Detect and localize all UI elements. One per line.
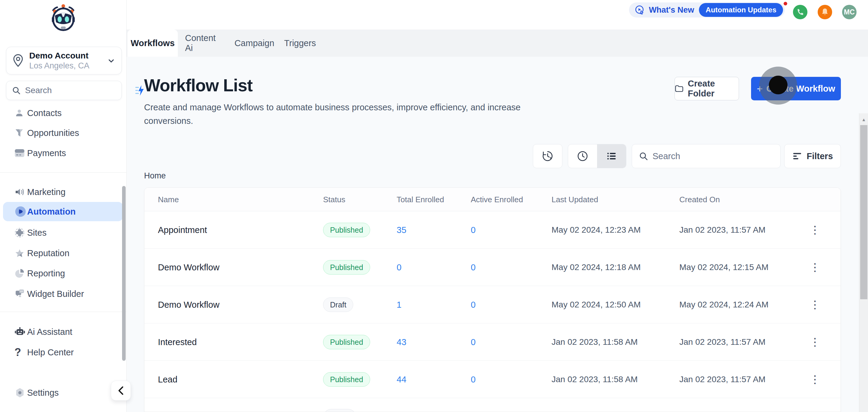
table-row[interactable]: Appointment Published 35 0 May 02 2024, … [144, 211, 841, 249]
help-icon: ? [14, 346, 27, 359]
sidebar-item-settings[interactable]: Settings [0, 383, 127, 402]
avatar-initials: MC [844, 8, 855, 16]
col-header-name: Name [158, 188, 179, 211]
active-enrolled-link[interactable]: 0 [471, 300, 475, 310]
col-header-last-updated: Last Updated [552, 188, 598, 211]
page-scrollbar[interactable]: ▲ ▼ [859, 113, 868, 412]
sidebar-item-reporting[interactable]: Reporting [0, 264, 127, 283]
status-badge: Published [323, 372, 370, 387]
total-enrolled-link[interactable]: 43 [397, 337, 406, 347]
col-header-status: Status [323, 188, 345, 211]
automation-updates-badge[interactable]: Automation Updates [699, 3, 783, 17]
opportunities-icon [14, 128, 27, 138]
sidebar-item-reputation[interactable]: Reputation [0, 244, 127, 262]
col-header-created-on: Created On [679, 188, 720, 211]
whats-new-play-icon [634, 4, 645, 15]
workflow-search-input[interactable] [652, 151, 774, 161]
tab-strip: Workflows Content Ai Campaign Triggers [127, 30, 868, 57]
contacts-icon [14, 108, 27, 118]
list-view-button[interactable] [597, 145, 626, 168]
workflow-name[interactable]: Appointment [158, 211, 207, 249]
reputation-icon [14, 248, 27, 258]
kebab-menu-button[interactable]: ⋮ [809, 374, 820, 385]
table-row[interactable]: Demo Workflow Draft 1 0 May 02 2024, 12:… [144, 286, 841, 323]
active-enrolled-link[interactable]: 0 [471, 225, 475, 235]
sites-icon [14, 227, 27, 238]
tab-triggers[interactable]: Triggers [284, 30, 315, 57]
total-enrolled-link[interactable]: 1 [397, 300, 401, 310]
created-on-value: Jan 02 2023, 11:57 AM [679, 323, 766, 361]
table-row[interactable]: Demo Workflow Published 0 0 May 02 2024,… [144, 249, 841, 286]
create-folder-button[interactable]: Create Folder [675, 77, 739, 100]
status-badge [323, 409, 356, 412]
sidebar-item-ai-assistant[interactable]: Ai Assistant [0, 322, 127, 341]
active-enrolled-link[interactable]: 0 [471, 375, 475, 385]
kebab-menu-button[interactable]: ⋮ [809, 337, 820, 348]
sidebar-search-input[interactable] [25, 86, 134, 95]
table-header: Name Status Total Enrolled Active Enroll… [144, 188, 841, 211]
create-workflow-button[interactable]: + Create Workflow [751, 77, 841, 100]
enrollment-history-button[interactable] [533, 144, 562, 168]
workflow-search[interactable] [632, 144, 781, 168]
workflow-name[interactable]: Demo Workflow [158, 249, 219, 286]
total-enrolled-link[interactable]: 35 [397, 225, 406, 235]
sidebar-item-widget-builder[interactable]: Widget Builder [0, 285, 127, 303]
sidebar-divider [0, 312, 126, 312]
total-enrolled-link[interactable]: 44 [397, 375, 406, 385]
kebab-menu-button[interactable]: ⋮ [809, 262, 820, 273]
workflow-name[interactable]: Interested [158, 323, 197, 361]
breadcrumb[interactable]: Home [144, 171, 166, 181]
active-enrolled-link[interactable]: 0 [471, 262, 475, 273]
user-avatar[interactable]: MC [842, 5, 857, 19]
created-on-value: Jan 02 2023, 11:57 AM [679, 361, 766, 398]
notifications-button[interactable] [818, 5, 832, 19]
workflow-table: Name Status Total Enrolled Active Enroll… [144, 187, 841, 412]
quick-actions-bolt-icon[interactable] [134, 85, 145, 96]
search-icon [639, 151, 648, 161]
tab-content-ai[interactable]: Content Ai [185, 30, 225, 57]
table-row[interactable]: Interested Published 43 0 Jan 02 2023, 1… [144, 323, 841, 361]
active-enrolled-link[interactable]: 0 [471, 337, 475, 347]
scroll-up-arrow[interactable]: ▲ [859, 114, 868, 125]
status-badge: Published [323, 223, 370, 237]
notification-dot [783, 1, 788, 6]
plus-icon: + [757, 83, 763, 95]
sidebar-search[interactable] [6, 81, 122, 100]
sidebar-collapse-button[interactable] [111, 381, 131, 401]
phone-button[interactable] [793, 5, 807, 19]
main-content: Workflow List Create and manage Workflow… [127, 57, 868, 412]
filter-icon [792, 152, 802, 161]
page-description: Create and manage Workflows to automate … [144, 101, 563, 128]
tab-campaign[interactable]: Campaign [236, 30, 273, 57]
sidebar-item-opportunities[interactable]: Opportunities [0, 124, 127, 142]
table-row[interactable]: Lead Published 44 0 Jan 02 2023, 11:58 A… [144, 361, 841, 398]
filters-button[interactable]: Filters [784, 144, 841, 168]
recent-view-button[interactable] [568, 145, 597, 168]
tab-workflows[interactable]: Workflows [127, 30, 178, 57]
sidebar-item-payments[interactable]: Payments [0, 144, 127, 162]
whats-new-label: What's New [649, 5, 694, 15]
location-pin-icon [12, 54, 24, 67]
kebab-menu-button[interactable]: ⋮ [809, 299, 820, 310]
created-on-value: May 02 2024, 12:24 AM [679, 286, 769, 323]
sidebar-divider [0, 172, 126, 173]
created-on-value: Jan 02 2023, 11:57 AM [679, 211, 766, 249]
scrollbar-thumb[interactable] [860, 125, 867, 299]
workflow-name[interactable]: Lead [158, 361, 178, 398]
sidebar-item-automation[interactable]: Automation [3, 202, 123, 221]
sidebar-item-contacts[interactable]: Contacts [0, 104, 127, 122]
account-switcher[interactable]: Demo Account Los Angeles, CA [6, 47, 122, 74]
sidebar-scrollbar-thumb[interactable] [122, 186, 126, 361]
status-badge: Draft [323, 297, 353, 312]
sidebar-item-sites[interactable]: Sites [0, 223, 127, 242]
workflow-name[interactable]: Demo Workflow [158, 286, 219, 323]
list-icon [606, 150, 617, 162]
bell-icon [821, 8, 829, 16]
whats-new-button[interactable]: What's New Automation Updates [629, 2, 785, 18]
phone-icon [796, 8, 804, 16]
kebab-menu-button[interactable]: ⋮ [809, 225, 820, 235]
page-title: Workflow List [144, 75, 253, 95]
sidebar-item-marketing[interactable]: Marketing [0, 183, 127, 201]
sidebar-item-help-center[interactable]: ? Help Center [0, 343, 127, 362]
total-enrolled-link[interactable]: 0 [397, 262, 401, 273]
